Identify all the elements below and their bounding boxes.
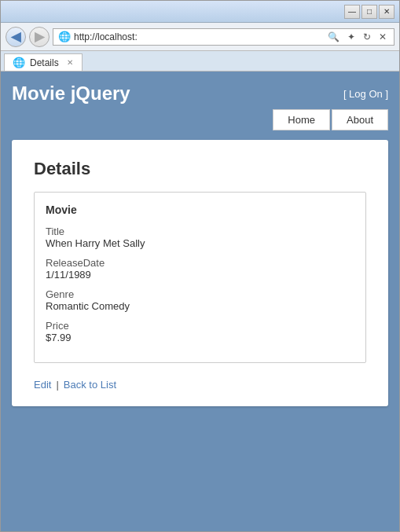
address-icon: 🌐 (58, 31, 71, 42)
label-genre: Genre (46, 288, 351, 300)
page-content: Movie jQuery [ Log On ] Home About Detai… (1, 72, 399, 531)
stop-icon[interactable]: ✕ (376, 31, 389, 43)
details-box: Movie Title When Harry Met Sally Release… (34, 192, 366, 363)
active-tab[interactable]: 🌐 Details ✕ (4, 53, 83, 71)
address-text: http://localhost: (74, 31, 322, 42)
main-card: Details Movie Title When Harry Met Sally… (12, 140, 388, 406)
nav-menu: Home About (12, 109, 388, 130)
login-suffix: ] (383, 88, 388, 100)
search-icon[interactable]: 🔍 (325, 31, 342, 43)
detail-row-title: Title When Harry Met Sally (46, 226, 351, 249)
address-input-container[interactable]: 🌐 http://localhost: 🔍 ✦ ↻ ✕ (53, 28, 394, 46)
site-title: Movie jQuery (12, 83, 130, 105)
close-button[interactable]: ✕ (379, 5, 394, 19)
forward-button[interactable]: ▶ (29, 27, 50, 47)
detail-row-releasedate: ReleaseDate 1/11/1989 (46, 257, 351, 281)
tab-bar: 🌐 Details ✕ (1, 51, 399, 72)
back-button[interactable]: ◀ (6, 27, 26, 47)
nav-about-button[interactable]: About (332, 109, 388, 130)
tab-label: Details (30, 57, 59, 68)
detail-row-price: Price $7.99 (46, 320, 351, 343)
detail-row-genre: Genre Romantic Comedy (46, 288, 351, 312)
edit-link[interactable]: Edit (34, 379, 51, 391)
label-title: Title (46, 226, 351, 237)
address-bar: ◀ ▶ 🌐 http://localhost: 🔍 ✦ ↻ ✕ (1, 23, 399, 51)
back-to-list-link[interactable]: Back to List (64, 379, 116, 391)
maximize-button[interactable]: □ (361, 5, 377, 19)
label-price: Price (46, 320, 351, 332)
tab-favicon: 🌐 (13, 57, 25, 68)
site-header: Movie jQuery [ Log On ] (12, 83, 388, 105)
footer-separator: | (56, 379, 58, 391)
tab-close-button[interactable]: ✕ (67, 58, 73, 67)
value-releasedate: 1/11/1989 (46, 269, 351, 281)
value-genre: Romantic Comedy (46, 300, 351, 312)
login-area: [ Log On ] (343, 88, 388, 100)
titlebar-buttons: — □ ✕ (344, 5, 394, 19)
label-releasedate: ReleaseDate (46, 257, 351, 269)
minimize-button[interactable]: — (344, 5, 360, 19)
section-title: Movie (46, 204, 351, 216)
card-footer: Edit | Back to List (34, 379, 366, 391)
value-title: When Harry Met Sally (46, 237, 351, 249)
title-bar: — □ ✕ (1, 1, 399, 23)
star-icon[interactable]: ✦ (345, 31, 358, 43)
login-link[interactable]: Log On (349, 88, 383, 100)
page-title: Details (34, 159, 366, 179)
refresh-icon[interactable]: ↻ (361, 31, 373, 43)
value-price: $7.99 (46, 332, 351, 343)
browser-window: — □ ✕ ◀ ▶ 🌐 http://localhost: 🔍 ✦ ↻ ✕ 🌐 … (0, 0, 400, 532)
nav-home-button[interactable]: Home (273, 109, 330, 130)
